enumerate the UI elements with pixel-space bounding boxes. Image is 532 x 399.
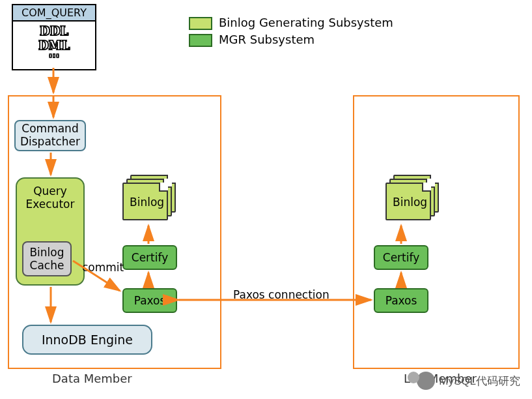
com-query-header: COM_QUERY (13, 5, 95, 22)
data-member-label: Data Member (52, 372, 132, 385)
binlog-cache-l2: Cache (30, 259, 64, 272)
command-dispatcher-l2: Dispatcher (20, 136, 80, 149)
edge-paxos-connection-label: Paxos connection (233, 288, 329, 301)
query-executor-l2: Executor (26, 198, 75, 211)
binlog-cache-l1: Binlog (29, 246, 64, 259)
certify-log-label: Certify (383, 251, 419, 264)
binlog-log-label: Binlog (393, 196, 427, 209)
certify-log: Certify (374, 245, 428, 270)
com-query-body: DDL DML ''' (13, 22, 95, 69)
binlog-cache: Binlog Cache (22, 241, 72, 276)
innodb-engine: InnoDB Engine (22, 325, 152, 355)
query-executor-l1: Query (33, 185, 67, 198)
watermark-text: MySQL代码研究 (439, 374, 520, 389)
paxos-data: Paxos (122, 288, 177, 313)
paxos-data-label: Paxos (134, 294, 166, 307)
edge-commit-label: commit (82, 261, 124, 274)
watermark: MySQL代码研究 (417, 372, 520, 390)
command-dispatcher-l1: Command (21, 123, 78, 136)
certify-data-label: Certify (132, 251, 168, 264)
certify-data: Certify (122, 245, 177, 270)
binlog-data-label: Binlog (130, 196, 164, 209)
com-query-box: COM_QUERY DDL DML ''' (12, 4, 96, 70)
com-query-etc: ''' (21, 52, 87, 66)
log-member-container (353, 95, 520, 369)
legend-label-mgr: MGR Subsystem (219, 33, 315, 46)
legend-swatch-binlog (189, 17, 212, 30)
legend-swatch-mgr (189, 34, 212, 47)
command-dispatcher: Command Dispatcher (14, 120, 86, 151)
legend-label-binlog: Binlog Generating Subsystem (219, 16, 393, 29)
com-query-ddl: DDL (21, 24, 87, 38)
innodb-engine-label: InnoDB Engine (42, 332, 133, 347)
paxos-log: Paxos (374, 288, 428, 313)
com-query-dml: DML (21, 38, 87, 53)
paxos-log-label: Paxos (385, 294, 417, 307)
